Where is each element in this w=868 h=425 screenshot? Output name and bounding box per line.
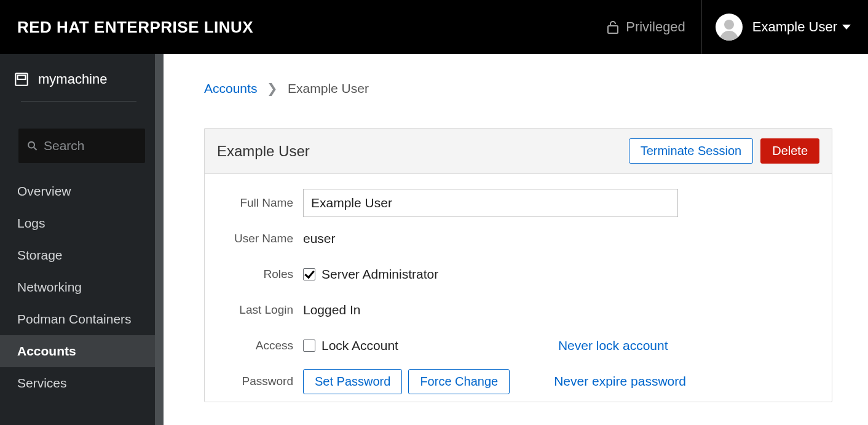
sidebar-item-services[interactable]: Services <box>0 367 164 399</box>
search-input[interactable] <box>44 138 136 153</box>
force-change-button[interactable]: Force Change <box>408 369 510 394</box>
breadcrumb-root[interactable]: Accounts <box>204 81 257 95</box>
sidebar-item-storage[interactable]: Storage <box>0 239 164 271</box>
user-display-name: Example User <box>752 19 837 35</box>
user-menu[interactable]: Example User <box>702 0 851 54</box>
never-lock-link[interactable]: Never lock account <box>558 338 668 353</box>
privileged-label: Privileged <box>626 19 685 35</box>
sidebar-item-logs[interactable]: Logs <box>0 207 164 239</box>
host-switcher[interactable]: mymachine <box>14 71 150 87</box>
user-name-label: User Name <box>218 232 303 245</box>
scrollbar[interactable] <box>155 54 164 425</box>
brand-title: RED HAT ENTERPRISE LINUX <box>17 18 253 37</box>
never-expire-link[interactable]: Never expire password <box>554 374 686 389</box>
main-content: Accounts ❯ Example User Example User Ter… <box>164 54 868 425</box>
full-name-label: Full Name <box>218 196 303 210</box>
chevron-right-icon: ❯ <box>267 81 278 96</box>
lock-account-label: Lock Account <box>322 338 398 353</box>
breadcrumb: Accounts ❯ Example User <box>164 54 868 118</box>
svg-rect-2 <box>18 76 26 80</box>
role-admin-checkbox[interactable] <box>303 268 315 280</box>
role-admin-label: Server Administrator <box>322 267 438 282</box>
svg-line-4 <box>34 148 36 150</box>
svg-rect-0 <box>608 26 618 33</box>
card-title: Example User <box>217 143 629 160</box>
user-name-value: euser <box>303 231 336 246</box>
chevron-down-icon <box>842 25 851 30</box>
sidebar-item-overview[interactable]: Overview <box>0 175 164 207</box>
sidebar-nav: Overview Logs Storage Networking Podman … <box>0 172 164 399</box>
divider <box>21 101 136 101</box>
sidebar-search[interactable] <box>18 129 145 163</box>
password-label: Password <box>218 375 303 388</box>
set-password-button[interactable]: Set Password <box>303 369 402 394</box>
last-login-label: Last Login <box>218 303 303 317</box>
last-login-value: Logged In <box>303 303 360 317</box>
host-name: mymachine <box>38 71 107 87</box>
server-icon <box>14 71 30 87</box>
avatar <box>716 14 743 41</box>
terminate-session-button[interactable]: Terminate Session <box>629 138 754 164</box>
sidebar-item-accounts[interactable]: Accounts <box>0 335 164 367</box>
sidebar: mymachine Overview Logs Storage Networki… <box>0 54 164 425</box>
svg-point-3 <box>28 142 34 148</box>
sidebar-item-networking[interactable]: Networking <box>0 271 164 303</box>
roles-label: Roles <box>218 268 303 281</box>
breadcrumb-current: Example User <box>288 81 369 95</box>
sidebar-item-podman[interactable]: Podman Containers <box>0 303 164 335</box>
delete-button[interactable]: Delete <box>760 138 819 164</box>
full-name-input[interactable] <box>303 189 678 217</box>
access-label: Access <box>218 339 303 352</box>
privileged-toggle[interactable]: Privileged <box>591 0 702 54</box>
lock-account-checkbox[interactable] <box>303 340 315 352</box>
account-card: Example User Terminate Session Delete Fu… <box>204 128 832 402</box>
lock-open-icon <box>607 20 618 34</box>
top-header: RED HAT ENTERPRISE LINUX Privileged Exam… <box>0 0 868 54</box>
search-icon <box>27 140 37 152</box>
